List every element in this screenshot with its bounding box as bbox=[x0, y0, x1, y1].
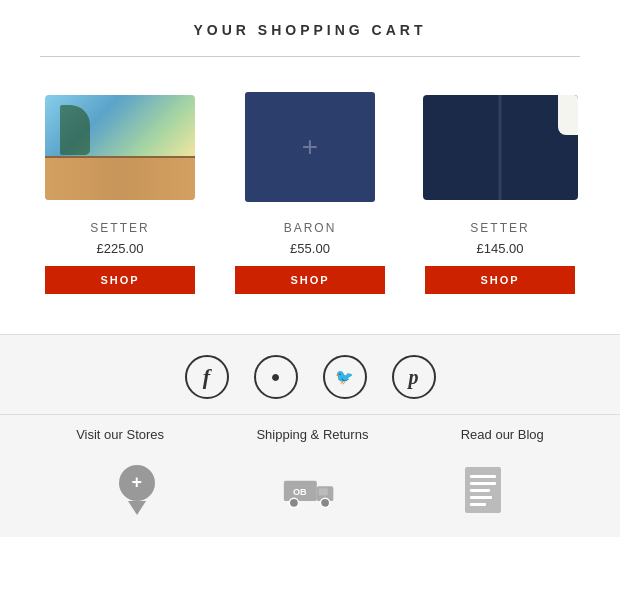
product-card-1: SETTER £225.00 SHOP bbox=[35, 87, 205, 294]
product-image-1 bbox=[40, 87, 200, 207]
svg-rect-11 bbox=[470, 503, 486, 506]
store-location-icon: + bbox=[109, 462, 164, 517]
product-image-3 bbox=[420, 87, 580, 207]
product-card-3: SETTER £145.00 SHOP bbox=[415, 87, 585, 294]
blog-icon bbox=[456, 462, 511, 517]
svg-text:OB: OB bbox=[293, 486, 307, 496]
truck-svg: OB bbox=[282, 466, 337, 514]
products-grid: SETTER £225.00 SHOP BARON £55.00 SHOP SE… bbox=[0, 77, 620, 324]
page-title: YOUR SHOPPING CART bbox=[0, 0, 620, 46]
product-image-2 bbox=[230, 87, 390, 207]
shipping-returns-link[interactable]: Shipping & Returns bbox=[256, 427, 368, 442]
product-thumbnail-3 bbox=[423, 95, 578, 200]
product-thumbnail-1 bbox=[45, 95, 195, 200]
shop-button-2[interactable]: SHOP bbox=[235, 266, 385, 294]
shop-button-1[interactable]: SHOP bbox=[45, 266, 195, 294]
document-svg bbox=[463, 465, 503, 515]
product-price-1: £225.00 bbox=[97, 241, 144, 256]
pinterest-icon[interactable]: p bbox=[392, 355, 436, 399]
map-pin-circle: + bbox=[119, 465, 155, 501]
svg-rect-2 bbox=[319, 488, 328, 495]
footer-links-row: Visit our Stores Shipping & Returns Read… bbox=[0, 414, 620, 452]
facebook-letter: f bbox=[203, 364, 210, 390]
product-name-3: SETTER bbox=[470, 221, 529, 235]
svg-point-3 bbox=[290, 498, 299, 507]
footer-icons-row: + OB bbox=[0, 452, 620, 537]
product-price-2: £55.00 bbox=[290, 241, 330, 256]
twitter-bird: 🐦 bbox=[335, 368, 354, 386]
product-name-2: BARON bbox=[284, 221, 337, 235]
product-name-1: SETTER bbox=[90, 221, 149, 235]
svg-rect-10 bbox=[470, 496, 492, 499]
svg-point-4 bbox=[321, 498, 330, 507]
product-card-2: BARON £55.00 SHOP bbox=[225, 87, 395, 294]
header-divider bbox=[40, 56, 580, 57]
svg-rect-9 bbox=[470, 489, 490, 492]
social-icons-row: f ● 🐦 p bbox=[0, 335, 620, 414]
svg-rect-8 bbox=[470, 482, 496, 485]
svg-rect-7 bbox=[470, 475, 496, 478]
instagram-icon[interactable]: ● bbox=[254, 355, 298, 399]
map-pin-icon: + bbox=[119, 465, 155, 515]
shipping-icon: OB bbox=[282, 462, 337, 517]
facebook-icon[interactable]: f bbox=[185, 355, 229, 399]
read-blog-link[interactable]: Read our Blog bbox=[461, 427, 544, 442]
product-price-3: £145.00 bbox=[477, 241, 524, 256]
pinterest-letter: p bbox=[409, 366, 419, 389]
instagram-symbol: ● bbox=[271, 368, 281, 386]
twitter-icon[interactable]: 🐦 bbox=[323, 355, 367, 399]
visit-stores-link[interactable]: Visit our Stores bbox=[76, 427, 164, 442]
shop-button-3[interactable]: SHOP bbox=[425, 266, 575, 294]
map-pin-tail bbox=[128, 501, 146, 515]
product-thumbnail-2 bbox=[245, 92, 375, 202]
